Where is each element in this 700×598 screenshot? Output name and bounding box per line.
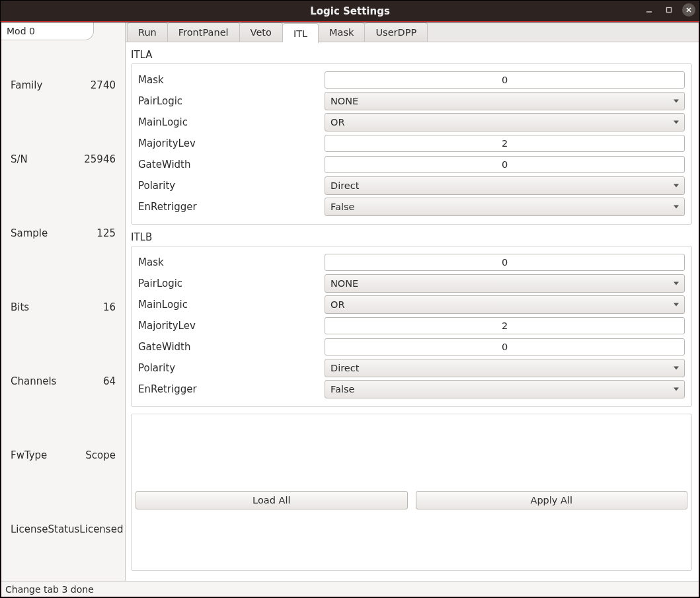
- itla-gatewidth-row: GateWidth: [138, 154, 685, 175]
- itla-enretrigger-label: EnRetrigger: [138, 201, 325, 213]
- itla-pairlogic-select[interactable]: NONE: [325, 92, 685, 110]
- itlb-majoritylev-row: MajorityLev: [138, 315, 685, 336]
- itlb-majoritylev-input[interactable]: [325, 317, 685, 334]
- itla-title: ITLA: [131, 49, 692, 61]
- button-label: Apply All: [530, 495, 572, 505]
- tab-mask[interactable]: Mask: [319, 22, 365, 42]
- select-value: NONE: [331, 96, 358, 106]
- tab-run[interactable]: Run: [127, 22, 168, 42]
- itlb-pairlogic-row: PairLogic NONE: [138, 273, 685, 294]
- tab-frontpanel[interactable]: FrontPanel: [168, 22, 240, 42]
- tab-veto[interactable]: Veto: [240, 22, 283, 42]
- itla-mainlogic-row: MainLogic OR: [138, 112, 685, 133]
- module-tab-label: Mod 0: [7, 26, 35, 36]
- info-value: 125: [97, 227, 116, 239]
- info-value: 64: [103, 375, 116, 387]
- chevron-down-icon: [674, 367, 679, 370]
- tab-label: Run: [138, 27, 157, 38]
- itla-mask-input[interactable]: [325, 71, 685, 89]
- chevron-down-icon: [674, 184, 679, 188]
- maximize-button[interactable]: [662, 3, 676, 17]
- itla-mainlogic-label: MainLogic: [138, 116, 325, 128]
- chevron-down-icon: [674, 303, 679, 307]
- itlb-mainlogic-row: MainLogic OR: [138, 294, 685, 315]
- info-value: 16: [103, 301, 116, 313]
- load-all-button[interactable]: Load All: [136, 491, 408, 509]
- select-value: NONE: [331, 278, 358, 289]
- itlb-group: Mask PairLogic NONE MainLogic OR Majo: [131, 246, 692, 407]
- info-key: Family: [11, 79, 42, 91]
- info-key: FwType: [11, 449, 47, 461]
- itlb-pairlogic-label: PairLogic: [138, 278, 325, 289]
- info-key: LicenseStatus: [11, 523, 79, 535]
- itlb-enretrigger-select[interactable]: False: [325, 380, 685, 398]
- info-row-fwtype: FwType Scope: [1, 431, 125, 505]
- itla-polarity-select[interactable]: Direct: [325, 176, 685, 195]
- tab-itl[interactable]: ITL: [283, 23, 319, 43]
- itla-gatewidth-input[interactable]: [325, 156, 685, 173]
- status-text: Change tab 3 done: [5, 584, 94, 595]
- itlb-mainlogic-select[interactable]: OR: [325, 295, 685, 314]
- main-row: Mod 0 Family 2740 S/N 25946 Sample 125: [1, 22, 699, 581]
- tab-label: Veto: [251, 27, 272, 38]
- tabs: Run FrontPanel Veto ITL Mask UserDPP: [126, 22, 699, 42]
- itlb-polarity-label: Polarity: [138, 362, 325, 374]
- select-value: Direct: [331, 180, 359, 191]
- chevron-down-icon: [674, 121, 679, 124]
- itlb-mask-input[interactable]: [325, 254, 685, 271]
- chevron-down-icon: [674, 388, 679, 391]
- info-value: 25946: [84, 153, 116, 165]
- info-row-sn: S/N 25946: [1, 135, 125, 209]
- tab-body: ITLA Mask PairLogic NONE MainLogic OR: [126, 42, 699, 581]
- info-row-license: LicenseStatus Licensed: [1, 505, 125, 579]
- tab-label: Mask: [329, 27, 354, 38]
- select-value: OR: [331, 299, 345, 310]
- itla-enretrigger-select[interactable]: False: [325, 198, 685, 216]
- chevron-down-icon: [674, 206, 679, 209]
- sidebar: Mod 0 Family 2740 S/N 25946 Sample 125: [1, 22, 126, 581]
- itlb-enretrigger-row: EnRetrigger False: [138, 379, 685, 400]
- itla-pairlogic-label: PairLogic: [138, 95, 325, 107]
- tab-label: ITL: [293, 28, 307, 39]
- info-key: S/N: [11, 153, 28, 165]
- itlb-pairlogic-select[interactable]: NONE: [325, 274, 685, 293]
- window-title: Logic Settings: [1, 5, 699, 17]
- itla-mask-row: Mask: [138, 69, 685, 91]
- tab-label: FrontPanel: [178, 27, 229, 38]
- itlb-gatewidth-input[interactable]: [325, 338, 685, 355]
- info-key: Bits: [11, 301, 29, 313]
- itlb-enretrigger-label: EnRetrigger: [138, 383, 325, 395]
- itla-mainlogic-select[interactable]: OR: [325, 113, 685, 131]
- itlb-mask-label: Mask: [138, 256, 325, 268]
- content: Run FrontPanel Veto ITL Mask UserDPP ITL…: [126, 22, 699, 581]
- itla-group: Mask PairLogic NONE MainLogic OR Majo: [131, 63, 692, 225]
- itlb-polarity-select[interactable]: Direct: [325, 359, 685, 377]
- itla-majoritylev-row: MajorityLev: [138, 133, 685, 154]
- chevron-down-icon: [674, 282, 679, 285]
- button-row: Load All Apply All: [136, 491, 687, 509]
- itla-polarity-row: Polarity Direct: [138, 175, 685, 196]
- module-tab[interactable]: Mod 0: [1, 22, 94, 40]
- info-key: Channels: [11, 375, 56, 387]
- minimize-button[interactable]: [642, 3, 656, 17]
- select-value: Direct: [331, 363, 359, 373]
- button-label: Load All: [253, 495, 290, 505]
- app-window: Logic Settings Mod 0: [0, 0, 700, 598]
- info-row-sample: Sample 125: [1, 209, 125, 283]
- itlb-mask-row: Mask: [138, 252, 685, 273]
- status-bar: Change tab 3 done: [1, 581, 699, 597]
- select-value: False: [331, 384, 354, 394]
- itlb-gatewidth-row: GateWidth: [138, 336, 685, 357]
- apply-all-button[interactable]: Apply All: [416, 491, 688, 509]
- info-value: 2740: [91, 79, 116, 91]
- itlb-polarity-row: Polarity Direct: [138, 357, 685, 379]
- tab-userdpp[interactable]: UserDPP: [365, 22, 428, 42]
- itla-gatewidth-label: GateWidth: [138, 159, 325, 170]
- close-button[interactable]: [682, 3, 695, 17]
- itla-enretrigger-row: EnRetrigger False: [138, 196, 685, 217]
- chevron-down-icon: [674, 100, 679, 103]
- itlb-majoritylev-label: MajorityLev: [138, 320, 325, 332]
- itla-majoritylev-input[interactable]: [325, 135, 685, 152]
- itlb-mainlogic-label: MainLogic: [138, 299, 325, 311]
- info-row-family: Family 2740: [1, 61, 125, 135]
